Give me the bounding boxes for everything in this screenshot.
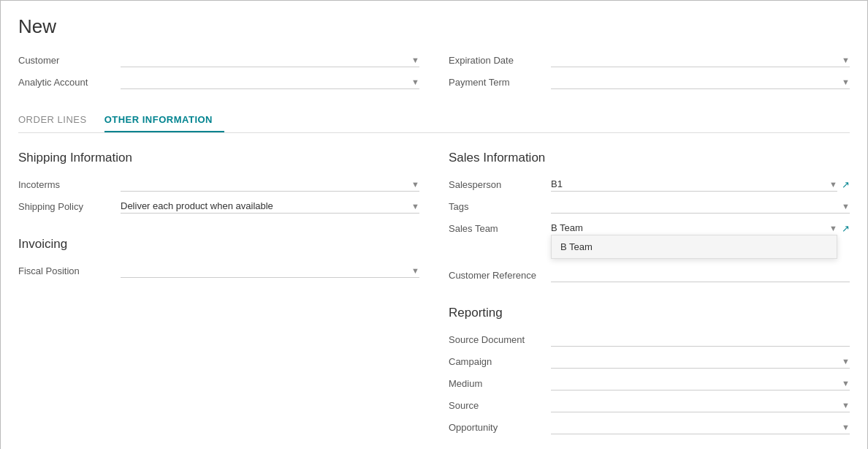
sales-team-label: Sales Team bbox=[449, 223, 551, 234]
tags-row: Tags ▼ bbox=[449, 199, 850, 214]
fiscal-position-dropdown-arrow: ▼ bbox=[411, 266, 419, 275]
tab-other-information[interactable]: OTHER INFORMATION bbox=[104, 108, 224, 132]
top-fields: Customer ▼ Analytic Account ▼ Expiration… bbox=[18, 53, 850, 97]
analytic-account-field[interactable]: ▼ bbox=[121, 75, 419, 89]
customer-input[interactable] bbox=[121, 53, 408, 67]
source-label: Source bbox=[449, 400, 551, 411]
sales-team-row: Sales Team ▼ B Team ↗ bbox=[449, 221, 850, 235]
campaign-input[interactable] bbox=[551, 354, 839, 368]
shipping-policy-dropdown-arrow: ▼ bbox=[411, 202, 419, 211]
sales-team-popup: B Team bbox=[551, 235, 837, 259]
medium-label: Medium bbox=[449, 378, 551, 389]
incoterms-dropdown-arrow: ▼ bbox=[411, 180, 419, 189]
analytic-account-dropdown-arrow: ▼ bbox=[411, 78, 419, 86]
tags-label: Tags bbox=[449, 201, 551, 212]
expiration-date-field[interactable]: ▼ bbox=[551, 53, 850, 67]
shipping-policy-field[interactable]: ▼ bbox=[121, 199, 419, 214]
sales-section: Sales Information Salesperson ▼ ↗ Tags ▼ bbox=[449, 151, 850, 282]
shipping-policy-label: Shipping Policy bbox=[18, 201, 121, 212]
top-left-fields: Customer ▼ Analytic Account ▼ bbox=[18, 53, 419, 97]
analytic-account-input[interactable] bbox=[121, 75, 408, 88]
reporting-section: Reporting Source Document Campaign ▼ Med bbox=[449, 306, 850, 434]
payment-term-input[interactable] bbox=[551, 75, 839, 88]
expiration-date-row: Expiration Date ▼ bbox=[449, 53, 850, 67]
opportunity-dropdown-arrow: ▼ bbox=[842, 423, 850, 431]
reporting-section-title: Reporting bbox=[449, 306, 850, 320]
salesperson-label: Salesperson bbox=[449, 179, 551, 190]
fiscal-position-field[interactable]: ▼ bbox=[121, 263, 419, 278]
customer-reference-field[interactable] bbox=[551, 268, 850, 282]
main-sections: Shipping Information Incoterms ▼ Shippin… bbox=[18, 151, 850, 449]
customer-dropdown-arrow: ▼ bbox=[411, 56, 419, 64]
analytic-account-row: Analytic Account ▼ bbox=[18, 75, 419, 89]
medium-dropdown-arrow: ▼ bbox=[842, 379, 850, 388]
salesperson-input[interactable] bbox=[551, 177, 826, 191]
sales-team-dropdown-arrow: ▼ bbox=[829, 224, 837, 233]
analytic-account-label: Analytic Account bbox=[18, 77, 121, 88]
shipping-policy-input[interactable] bbox=[121, 199, 408, 213]
source-document-field[interactable] bbox=[551, 332, 850, 347]
expiration-date-input[interactable] bbox=[551, 53, 839, 67]
invoicing-section: Invoicing Fiscal Position ▼ bbox=[18, 237, 419, 278]
incoterms-row: Incoterms ▼ bbox=[18, 177, 419, 192]
medium-input[interactable] bbox=[551, 376, 839, 390]
customer-reference-input[interactable] bbox=[551, 268, 850, 282]
salesperson-external-link[interactable]: ↗ bbox=[842, 179, 850, 190]
source-row: Source ▼ bbox=[449, 398, 850, 412]
fiscal-position-input[interactable] bbox=[121, 263, 408, 277]
fiscal-position-row: Fiscal Position ▼ bbox=[18, 263, 419, 278]
sales-team-option-b-team[interactable]: B Team bbox=[552, 235, 837, 258]
salesperson-field[interactable]: ▼ bbox=[551, 177, 837, 192]
source-document-row: Source Document bbox=[449, 332, 850, 347]
customer-reference-row: Customer Reference bbox=[449, 268, 850, 282]
left-section: Shipping Information Incoterms ▼ Shippin… bbox=[18, 151, 419, 449]
sales-team-input[interactable] bbox=[551, 221, 826, 235]
medium-field[interactable]: ▼ bbox=[551, 376, 850, 390]
source-field[interactable]: ▼ bbox=[551, 398, 850, 412]
tabs: ORDER LINES OTHER INFORMATION bbox=[18, 108, 850, 133]
tags-field[interactable]: ▼ bbox=[551, 199, 850, 214]
payment-term-row: Payment Term ▼ bbox=[449, 75, 850, 89]
salesperson-row: Salesperson ▼ ↗ bbox=[449, 177, 850, 192]
sales-team-field[interactable]: ▼ B Team bbox=[551, 221, 837, 235]
tags-dropdown-arrow: ▼ bbox=[842, 202, 850, 211]
sales-section-title: Sales Information bbox=[449, 151, 850, 165]
incoterms-label: Incoterms bbox=[18, 179, 121, 190]
opportunity-input[interactable] bbox=[551, 420, 839, 434]
page-title: New bbox=[18, 15, 850, 38]
top-right-fields: Expiration Date ▼ Payment Term ▼ bbox=[419, 53, 850, 97]
source-input[interactable] bbox=[551, 398, 839, 412]
expiration-date-dropdown-arrow: ▼ bbox=[842, 56, 850, 64]
source-dropdown-arrow: ▼ bbox=[842, 401, 850, 410]
shipping-policy-row: Shipping Policy ▼ bbox=[18, 199, 419, 214]
payment-term-dropdown-arrow: ▼ bbox=[842, 78, 850, 86]
incoterms-field[interactable]: ▼ bbox=[121, 177, 419, 192]
customer-row: Customer ▼ bbox=[18, 53, 419, 67]
customer-reference-label: Customer Reference bbox=[449, 270, 551, 281]
tags-input[interactable] bbox=[551, 199, 839, 213]
campaign-dropdown-arrow: ▼ bbox=[842, 357, 850, 366]
customer-label: Customer bbox=[18, 55, 121, 66]
campaign-field[interactable]: ▼ bbox=[551, 354, 850, 369]
opportunity-label: Opportunity bbox=[449, 422, 551, 433]
fiscal-position-label: Fiscal Position bbox=[18, 265, 121, 276]
opportunity-field[interactable]: ▼ bbox=[551, 420, 850, 434]
main-window: New Customer ▼ Analytic Account ▼ Expira… bbox=[0, 0, 868, 449]
source-document-label: Source Document bbox=[449, 334, 551, 345]
campaign-label: Campaign bbox=[449, 356, 551, 367]
customer-field[interactable]: ▼ bbox=[121, 53, 419, 67]
medium-row: Medium ▼ bbox=[449, 376, 850, 390]
shipping-section: Shipping Information Incoterms ▼ Shippin… bbox=[18, 151, 419, 214]
incoterms-input[interactable] bbox=[121, 177, 408, 191]
tab-order-lines[interactable]: ORDER LINES bbox=[18, 108, 99, 132]
source-document-input[interactable] bbox=[551, 332, 850, 346]
opportunity-row: Opportunity ▼ bbox=[449, 420, 850, 434]
campaign-row: Campaign ▼ bbox=[449, 354, 850, 369]
payment-term-label: Payment Term bbox=[449, 77, 551, 88]
payment-term-field[interactable]: ▼ bbox=[551, 75, 850, 89]
salesperson-dropdown-arrow: ▼ bbox=[829, 180, 837, 189]
right-section: Sales Information Salesperson ▼ ↗ Tags ▼ bbox=[419, 151, 850, 449]
invoicing-section-title: Invoicing bbox=[18, 237, 419, 252]
shipping-section-title: Shipping Information bbox=[18, 151, 419, 165]
sales-team-external-link[interactable]: ↗ bbox=[842, 223, 850, 234]
